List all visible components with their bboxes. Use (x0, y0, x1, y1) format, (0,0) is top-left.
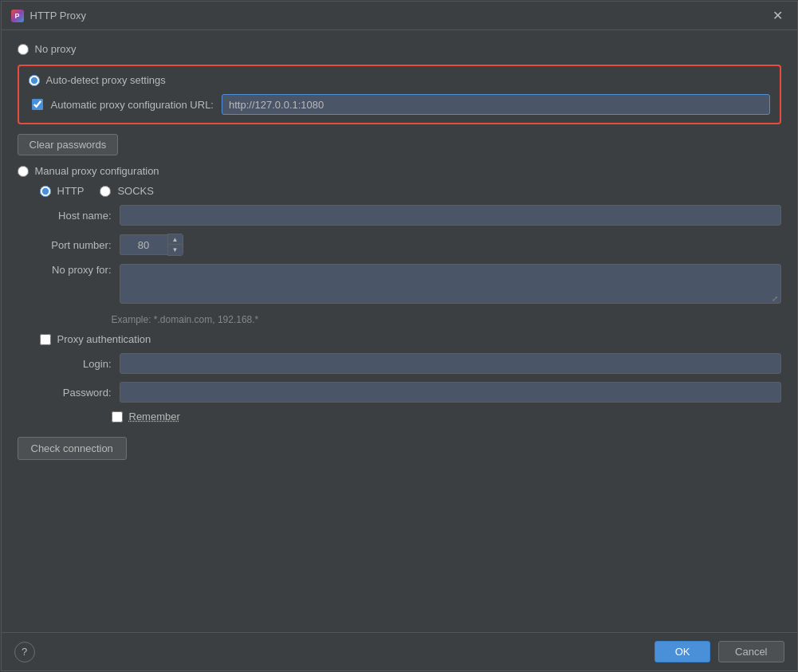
example-text: Example: *.domain.com, 192.168.* (18, 314, 781, 325)
manual-proxy-label: Manual proxy configuration (35, 165, 159, 177)
proxy-auth-checkbox[interactable] (40, 334, 51, 345)
host-label: Host name: (40, 210, 112, 222)
close-button[interactable]: ✕ (769, 6, 788, 26)
login-label: Login: (40, 358, 112, 370)
app-icon: P (11, 10, 24, 22)
title-bar: P HTTP Proxy ✕ (2, 2, 797, 30)
host-input[interactable] (120, 205, 781, 226)
no-proxy-label: No proxy (35, 43, 77, 55)
socks-label: SOCKS (117, 185, 154, 197)
footer-buttons: OK Cancel (655, 641, 784, 662)
check-connection-button[interactable]: Check connection (18, 437, 127, 460)
cancel-button[interactable]: Cancel (718, 641, 784, 662)
no-proxy-input[interactable] (120, 264, 781, 304)
remember-row: Remember (18, 411, 781, 422)
clear-passwords-container: Clear passwords (18, 134, 781, 155)
port-up-button[interactable]: ▲ (168, 234, 183, 245)
proxy-url-row: Automatic proxy configuration URL: (29, 94, 770, 115)
no-proxy-for-row: No proxy for: ⤢ (18, 264, 781, 306)
no-proxy-option[interactable]: No proxy (18, 43, 781, 55)
socks-option[interactable]: SOCKS (100, 185, 154, 197)
auto-detect-label: Auto-detect proxy settings (46, 74, 166, 86)
http-label: HTTP (57, 185, 85, 197)
clear-passwords-button[interactable]: Clear passwords (18, 134, 119, 155)
port-spinners: ▲ ▼ (167, 234, 183, 256)
proxy-url-input[interactable] (222, 94, 770, 115)
proxy-auth-row: Proxy authentication (18, 333, 781, 345)
http-proxy-dialog: P HTTP Proxy ✕ No proxy Auto-detect prox… (1, 1, 798, 671)
http-radio[interactable] (40, 186, 51, 197)
socks-radio[interactable] (100, 186, 111, 197)
password-input[interactable] (120, 382, 781, 403)
expand-icon[interactable]: ⤢ (772, 294, 778, 303)
proxy-auth-label: Proxy authentication (57, 333, 151, 345)
remember-checkbox[interactable] (112, 411, 123, 422)
host-row: Host name: (18, 205, 781, 226)
auto-detect-radio[interactable] (29, 75, 40, 86)
login-input[interactable] (120, 353, 781, 374)
no-proxy-for-label: No proxy for: (40, 264, 112, 276)
no-proxy-radio[interactable] (18, 44, 29, 55)
check-connection-container: Check connection (18, 432, 781, 460)
port-label: Port number: (40, 239, 112, 251)
dialog-title: HTTP Proxy (30, 10, 87, 22)
help-button[interactable]: ? (14, 642, 35, 662)
auto-detect-section: Auto-detect proxy settings Automatic pro… (18, 65, 781, 124)
dialog-footer: ? OK Cancel (2, 632, 797, 670)
port-input[interactable] (120, 234, 167, 255)
manual-header: Manual proxy configuration (18, 165, 781, 177)
auto-config-checkbox[interactable] (32, 99, 43, 110)
auto-config-label: Automatic proxy configuration URL: (51, 99, 214, 111)
http-option[interactable]: HTTP (40, 185, 85, 197)
title-bar-left: P HTTP Proxy (11, 10, 87, 22)
remember-label: Remember (129, 411, 180, 422)
dialog-content: No proxy Auto-detect proxy settings Auto… (2, 30, 797, 632)
no-proxy-input-wrapper: ⤢ (120, 264, 781, 306)
login-row: Login: (18, 353, 781, 374)
ok-button[interactable]: OK (655, 641, 710, 662)
manual-proxy-radio[interactable] (18, 166, 29, 177)
port-input-wrapper: ▲ ▼ (120, 234, 183, 256)
password-label: Password: (40, 387, 112, 399)
manual-proxy-section: Manual proxy configuration HTTP SOCKS Ho… (18, 165, 781, 422)
port-row: Port number: ▲ ▼ (18, 234, 781, 256)
http-socks-row: HTTP SOCKS (18, 185, 781, 197)
auto-detect-header: Auto-detect proxy settings (29, 74, 770, 86)
password-row: Password: (18, 382, 781, 403)
port-down-button[interactable]: ▼ (168, 245, 183, 255)
